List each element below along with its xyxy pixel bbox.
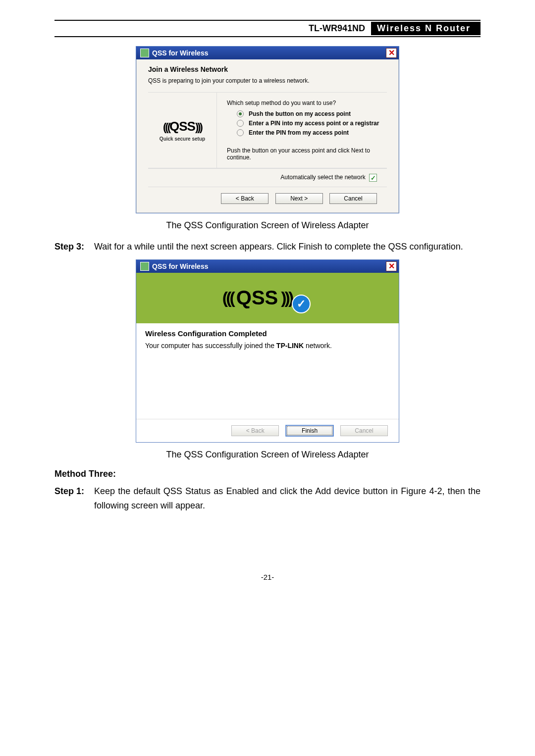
back-button[interactable]: < Back — [221, 193, 268, 204]
app-icon — [140, 262, 149, 271]
completed-text: Your computer has successfully joined th… — [145, 342, 390, 350]
step-text: Keep the default QSS Status as Enabled a… — [94, 484, 481, 513]
titlebar: QSS for Wireless ✕ — [136, 47, 399, 59]
step-label: Step 3: — [54, 240, 94, 254]
product-name: Wireless N Router — [371, 22, 481, 35]
auto-select-row: Automatically select the network ✓ — [148, 168, 387, 187]
radio-icon — [237, 129, 244, 136]
option-label: Enter the PIN from my access point — [249, 129, 349, 136]
step-text: Wait for a while until the next screen a… — [94, 240, 481, 254]
finish-button[interactable]: Finish — [286, 425, 333, 436]
radio-icon — [237, 120, 244, 127]
qss-logo-label: Quick secure setup — [160, 136, 205, 142]
close-icon[interactable]: ✕ — [386, 261, 397, 271]
app-icon — [140, 49, 149, 57]
method-three-heading: Method Three: — [54, 469, 481, 479]
option-label: Enter a PIN into my access point or a re… — [249, 120, 379, 127]
window-title: QSS for Wireless — [152, 262, 386, 270]
option-label: Push the button on my access point — [249, 110, 351, 117]
page-number: -21- — [54, 573, 481, 581]
titlebar: QSS for Wireless ✕ — [136, 260, 399, 273]
step-1: Step 1: Keep the default QSS Status as E… — [54, 484, 481, 513]
checkmark-icon: ✓ — [292, 295, 311, 313]
option-push-button[interactable]: Push the button on my access point — [227, 110, 383, 117]
step-3: Step 3: Wait for a while until the next … — [54, 240, 481, 254]
radio-icon — [237, 110, 244, 117]
completed-heading: Wireless Configuration Completed — [145, 329, 390, 338]
qss-dialog-complete: QSS for Wireless ✕ (((QSS))) ✓ Wireless … — [136, 259, 399, 443]
step-label: Step 1: — [54, 484, 94, 513]
page-header: TL-WR941ND Wireless N Router — [54, 20, 481, 37]
qss-logo-large: (((QSS))) — [222, 287, 292, 309]
option-enter-pin-ap[interactable]: Enter a PIN into my access point or a re… — [227, 120, 383, 127]
next-button[interactable]: Next > — [275, 193, 323, 204]
cancel-button[interactable]: Cancel — [329, 193, 377, 204]
back-button: < Back — [231, 425, 279, 436]
setup-question: Which setup method do you want to use? — [227, 100, 383, 106]
qss-logo-panel: (((QSS))) Quick secure setup — [148, 93, 217, 168]
cancel-button: Cancel — [340, 425, 388, 436]
success-banner: (((QSS))) ✓ — [136, 273, 399, 323]
dialog-heading: Join a Wireless Network — [148, 65, 387, 73]
close-icon[interactable]: ✕ — [386, 48, 397, 58]
auto-select-checkbox[interactable]: ✓ — [369, 174, 377, 182]
dialog-subtitle: QSS is preparing to join your computer t… — [148, 77, 387, 84]
instruction-text: Push the button on your access point and… — [227, 147, 383, 161]
auto-select-label: Automatically select the network — [280, 174, 365, 181]
window-title: QSS for Wireless — [152, 49, 386, 57]
figure-caption: The QSS Configuration Screen of Wireless… — [54, 220, 481, 231]
qss-dialog-join: QSS for Wireless ✕ Join a Wireless Netwo… — [136, 46, 399, 213]
figure-caption: The QSS Configuration Screen of Wireless… — [54, 450, 481, 460]
option-enter-pin-from-ap[interactable]: Enter the PIN from my access point — [227, 129, 383, 136]
model-number: TL-WR941ND — [303, 22, 371, 35]
qss-logo: (((QSS))) — [163, 119, 202, 134]
